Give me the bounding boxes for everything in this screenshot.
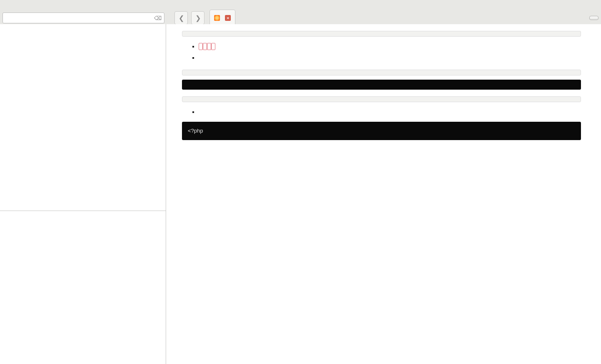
tab-annotations[interactable]: ✕ bbox=[210, 10, 235, 26]
menubar bbox=[0, 0, 601, 12]
section-header bbox=[182, 96, 581, 102]
nav-forward-button[interactable]: ❯ bbox=[191, 11, 205, 25]
open-url-button[interactable] bbox=[589, 16, 598, 20]
menu-edit[interactable] bbox=[12, 4, 18, 8]
menu-help[interactable] bbox=[28, 4, 35, 8]
fire-icon bbox=[214, 15, 220, 21]
search-field[interactable] bbox=[6, 15, 152, 21]
list-item bbox=[199, 106, 581, 118]
toolbar: ⌫ ❮ ❯ ✕ bbox=[0, 12, 601, 24]
section-header bbox=[182, 31, 581, 37]
code-block bbox=[182, 80, 581, 90]
nav-back-button[interactable]: ❮ bbox=[174, 11, 188, 25]
list-item bbox=[199, 41, 581, 52]
clear-icon[interactable]: ⌫ bbox=[154, 15, 162, 21]
content-pane[interactable]: <?php bbox=[166, 24, 601, 364]
menu-tools[interactable] bbox=[20, 4, 27, 8]
results-bottom[interactable] bbox=[0, 211, 166, 364]
close-icon[interactable]: ✕ bbox=[225, 15, 231, 21]
search-input[interactable]: ⌫ bbox=[3, 13, 164, 23]
section-header bbox=[182, 70, 581, 75]
results-top[interactable] bbox=[0, 24, 166, 211]
menu-file[interactable] bbox=[3, 4, 10, 8]
list-item bbox=[199, 52, 581, 63]
sidebar bbox=[0, 24, 166, 364]
code-block: <?php bbox=[182, 122, 581, 140]
